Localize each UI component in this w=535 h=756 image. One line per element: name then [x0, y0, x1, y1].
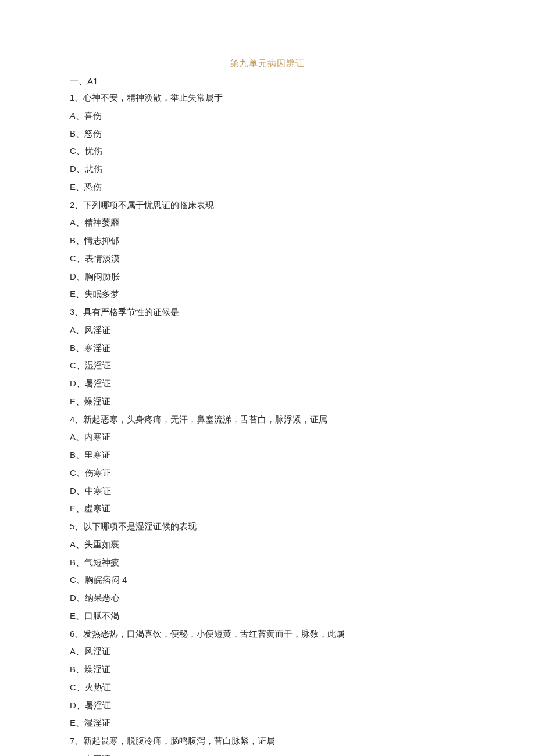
- option-text: 湿淫证: [84, 718, 110, 728]
- question-option: B、气短神疲: [70, 556, 465, 570]
- question-option: D、胸闷胁胀: [70, 270, 465, 284]
- option-letter: D: [70, 486, 76, 496]
- option-text: 燥淫证: [84, 664, 110, 674]
- question-stem: 1、心神不安，精神涣散，举止失常属于: [70, 91, 465, 105]
- option-separator: 、: [76, 182, 84, 192]
- option-text: 纳呆恶心: [85, 593, 120, 603]
- option-separator: 、: [76, 146, 85, 156]
- option-letter: B: [70, 557, 76, 567]
- option-separator: 、: [76, 432, 84, 442]
- option-text: 口腻不渴: [84, 611, 119, 621]
- question-option: E、虚寒证: [70, 501, 465, 516]
- option-text: 怒伤: [84, 128, 102, 138]
- option-separator: 、: [76, 646, 84, 656]
- option-letter: B: [70, 664, 76, 674]
- option-letter: D: [70, 593, 76, 603]
- question-option: A、风淫证: [70, 323, 465, 338]
- question-option: A、中寒证: [70, 752, 465, 756]
- option-text: 忧伤: [85, 146, 102, 156]
- question-option: A、头重如裹: [70, 538, 465, 552]
- option-letter: C: [70, 682, 76, 692]
- option-separator: 、: [76, 486, 85, 496]
- question-stem: 5、以下哪项不是湿淫证候的表现: [70, 519, 465, 534]
- option-text: 暑淫证: [85, 700, 111, 710]
- option-text: 里寒证: [84, 450, 110, 460]
- question-option: B、燥淫证: [70, 662, 465, 677]
- option-text: 胸皖痞闷 4: [85, 575, 127, 585]
- option-text: 恐伤: [84, 182, 102, 192]
- option-separator: 、: [76, 664, 84, 674]
- question-stem: 6、发热恶热，口渴喜饮，便秘，小便短黄，舌红苔黄而干，脉数，此属: [70, 627, 465, 642]
- option-separator: 、: [76, 557, 84, 567]
- option-letter: C: [70, 468, 76, 478]
- option-separator: 、: [76, 575, 85, 585]
- option-separator: 、: [76, 503, 84, 513]
- option-letter: D: [70, 164, 76, 174]
- option-separator: 、: [76, 110, 84, 120]
- questions-container: 1、心神不安，精神涣散，举止失常属于A、喜伤B、怒伤C、忧伤D、悲伤E、恐伤2、…: [70, 91, 465, 756]
- question-option: C、伤寒证: [70, 466, 465, 481]
- question-option: E、口腻不渴: [70, 609, 465, 624]
- option-separator: 、: [76, 682, 85, 692]
- option-separator: 、: [76, 343, 84, 353]
- option-text: 失眠多梦: [84, 289, 119, 299]
- option-letter: E: [70, 396, 76, 406]
- option-separator: 、: [76, 217, 84, 227]
- section-heading: 一、A1: [70, 76, 465, 87]
- option-separator: 、: [76, 164, 85, 174]
- option-text: 虚寒证: [84, 503, 110, 513]
- question-option: C、表情淡漠: [70, 252, 465, 266]
- question-stem: 4、新起恶寒，头身疼痛，无汗，鼻塞流涕，舌苔白，脉浮紧，证属: [70, 413, 465, 427]
- question-option: C、火热证: [70, 680, 465, 695]
- option-text: 寒淫证: [84, 343, 110, 353]
- page-title: 第九单元病因辨证: [70, 58, 465, 69]
- option-text: 悲伤: [85, 164, 102, 174]
- option-letter: E: [70, 503, 76, 513]
- option-letter: B: [70, 450, 76, 460]
- option-text: 伤寒证: [85, 468, 111, 478]
- question-option: C、忧伤: [70, 144, 465, 159]
- option-letter: E: [70, 611, 76, 621]
- option-text: 中寒证: [85, 486, 111, 496]
- option-separator: 、: [76, 396, 84, 406]
- option-letter: A: [70, 539, 76, 549]
- question-option: E、失眠多梦: [70, 287, 465, 302]
- option-letter: E: [70, 718, 76, 728]
- question-stem: 7、新起畏寒，脱腹冷痛，肠鸣腹泻，苔白脉紧，证属: [70, 734, 465, 748]
- option-separator: 、: [76, 718, 84, 728]
- question-stem: 2、下列哪项不属于忧思证的临床表现: [70, 198, 465, 213]
- option-separator: 、: [76, 468, 85, 478]
- document-page: 第九单元病因辨证 一、A1 1、心神不安，精神涣散，举止失常属于A、喜伤B、怒伤…: [0, 0, 535, 756]
- option-text: 胸闷胁胀: [85, 271, 120, 281]
- option-text: 内寒证: [84, 432, 110, 442]
- option-letter: D: [70, 700, 76, 710]
- option-text: 表情淡漠: [85, 253, 120, 263]
- option-letter: A: [70, 754, 76, 756]
- question-option: D、纳呆恶心: [70, 591, 465, 605]
- option-text: 风淫证: [84, 325, 110, 335]
- option-letter: E: [70, 289, 76, 299]
- option-separator: 、: [76, 325, 84, 335]
- option-text: 暑淫证: [85, 378, 111, 388]
- option-text: 头重如裹: [84, 539, 119, 549]
- option-letter: A: [70, 646, 76, 656]
- option-letter: A: [70, 217, 76, 227]
- option-separator: 、: [76, 754, 84, 756]
- option-text: 喜伤: [84, 110, 102, 120]
- option-letter: A: [70, 432, 76, 442]
- option-text: 情志抑郁: [84, 235, 119, 245]
- option-letter: C: [70, 253, 76, 263]
- question-option: D、中寒证: [70, 484, 465, 499]
- option-separator: 、: [76, 253, 85, 263]
- option-separator: 、: [76, 593, 85, 603]
- option-text: 燥淫证: [84, 396, 110, 406]
- question-option: D、暑淫证: [70, 377, 465, 391]
- question-option: D、暑淫证: [70, 698, 465, 713]
- option-text: 气短神疲: [84, 557, 119, 567]
- question-option: A、风淫证: [70, 644, 465, 659]
- question-option: A、内寒证: [70, 430, 465, 445]
- option-text: 湿淫证: [85, 360, 111, 370]
- option-text: 火热证: [85, 682, 111, 692]
- option-separator: 、: [76, 450, 84, 460]
- option-letter: B: [70, 128, 76, 138]
